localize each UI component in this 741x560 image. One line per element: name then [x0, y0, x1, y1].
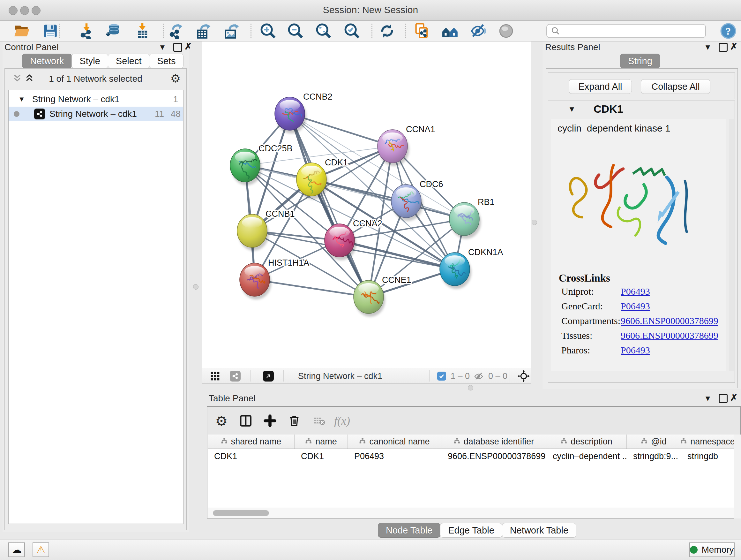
network-edge-CCNB2-CCNE1[interactable]	[290, 114, 368, 297]
table-vertical-scrollbar[interactable]	[734, 435, 741, 518]
tab-sets[interactable]: Sets	[149, 54, 184, 68]
expand-all-button[interactable]: Expand All	[569, 79, 632, 94]
collapse-all-button[interactable]: Collapse All	[641, 79, 711, 94]
collection-expand-caret[interactable]: ▼	[18, 95, 25, 104]
network-node-CDK1[interactable]	[296, 163, 328, 199]
network-edge-HIST1H1A-CCNE1[interactable]	[255, 280, 368, 297]
tab-string[interactable]: String	[620, 54, 660, 68]
crosslink-value-link[interactable]: P06493	[621, 345, 650, 355]
network-view-canvas[interactable]: CCNB2CCNA1CDC25BCDK1CDC6RB1CCNB1CCNA2CDK…	[202, 42, 531, 368]
tab-select[interactable]: Select	[108, 54, 150, 68]
export-network-icon[interactable]	[165, 22, 186, 40]
selected-checkbox-icon[interactable]	[437, 372, 446, 381]
function-builder-icon[interactable]: f(x)	[333, 412, 351, 429]
cloud-status-button[interactable]: ☁	[8, 543, 25, 557]
show-all-icon[interactable]	[496, 22, 516, 40]
bottom-splitter-handle[interactable]	[468, 385, 473, 390]
tab-node-table[interactable]: Node Table	[378, 523, 441, 538]
table-options-gear-icon[interactable]: ⚙	[213, 412, 230, 429]
network-node-CCNE1[interactable]	[354, 280, 385, 317]
add-column-icon[interactable]	[261, 412, 279, 429]
import-network-from-file-icon[interactable]	[76, 22, 97, 40]
crosslink-value-link[interactable]: 9606.ENSP00000378699	[621, 315, 718, 326]
crosslink-value-link[interactable]: 9606.ENSP00000378699	[621, 330, 718, 341]
network-options-gear-icon[interactable]: ⚙	[171, 72, 181, 85]
undock-panel-icon[interactable]	[173, 43, 182, 52]
column-header-database-identifier[interactable]: database identifier	[441, 435, 546, 449]
import-table-from-file-icon[interactable]	[132, 22, 152, 40]
table-cell[interactable]: stringdb	[681, 449, 734, 463]
right-splitter-handle[interactable]	[532, 220, 537, 225]
undock-panel-icon[interactable]	[719, 394, 728, 403]
crosslink-value-link[interactable]: P06493	[621, 286, 650, 297]
results-scrollbar[interactable]	[729, 119, 734, 371]
table-cell[interactable]: stringdb:9...	[627, 449, 681, 463]
network-node-CDC6[interactable]	[391, 185, 423, 221]
delete-column-trash-icon[interactable]	[286, 412, 303, 429]
column-header-namespace[interactable]: namespace	[681, 435, 734, 449]
network-node-CDC25B[interactable]	[230, 149, 262, 185]
zoom-out-icon[interactable]	[285, 22, 306, 40]
close-panel-icon[interactable]: ✗	[185, 42, 192, 51]
help-icon[interactable]: ?	[718, 22, 738, 40]
network-node-CCNB2[interactable]	[275, 97, 307, 133]
table-horizontal-scrollbar[interactable]	[208, 508, 734, 518]
network-collection-row[interactable]: ▼ String Network – cdk1 1	[9, 92, 183, 107]
float-panel-icon[interactable]: ▼	[158, 43, 166, 52]
hide-selected-icon[interactable]	[468, 22, 488, 40]
fit-selected-crosshair-icon[interactable]	[518, 370, 530, 383]
clone-network-icon[interactable]	[412, 22, 432, 40]
delete-table-icon[interactable]	[311, 412, 328, 429]
table-cell[interactable]: CDK1	[294, 449, 348, 463]
network-node-CDKN1A[interactable]	[440, 253, 471, 289]
table-cell[interactable]: CDK1	[208, 449, 294, 463]
network-node-CCNA1[interactable]	[378, 130, 409, 166]
import-network-from-database-icon[interactable]	[103, 22, 124, 40]
column-header-label: canonical name	[369, 437, 429, 447]
column-header-description[interactable]: description	[546, 435, 627, 449]
grid-view-icon[interactable]	[210, 371, 220, 382]
table-cell[interactable]: cyclin–dependent ...	[546, 449, 627, 463]
undock-panel-icon[interactable]	[719, 43, 728, 52]
network-row[interactable]: String Network – cdk1 11 48	[9, 107, 183, 121]
network-share-icon[interactable]	[230, 371, 241, 381]
close-panel-icon[interactable]: ✗	[730, 393, 738, 402]
export-image-icon[interactable]	[221, 22, 241, 40]
tab-network-table[interactable]: Network Table	[502, 523, 576, 538]
memory-button[interactable]: Memory	[689, 543, 735, 557]
float-panel-icon[interactable]: ▼	[704, 394, 712, 403]
column-header-name[interactable]: name	[294, 435, 348, 449]
table-cell[interactable]: P06493	[348, 449, 441, 463]
crosslink-value-link[interactable]: P06493	[621, 301, 650, 311]
birds-eye-view-icon[interactable]	[263, 371, 274, 381]
column-header-shared-name[interactable]: shared name	[208, 435, 294, 449]
show-columns-icon[interactable]	[237, 412, 254, 429]
network-node-HIST1H1A[interactable]	[240, 263, 271, 300]
warnings-button[interactable]: ⚠	[32, 543, 49, 557]
float-panel-icon[interactable]: ▼	[704, 43, 712, 52]
search-box[interactable]	[546, 24, 706, 38]
column-header-@id[interactable]: @id	[627, 435, 681, 449]
hidden-eye-icon[interactable]	[474, 371, 484, 383]
search-input[interactable]	[560, 26, 705, 37]
open-session-icon[interactable]	[11, 22, 32, 40]
status-bar: ☁ ⚠ Memory	[0, 540, 741, 560]
tab-network[interactable]: Network	[22, 54, 72, 68]
string-network-graph[interactable]: CCNB2CCNA1CDC25BCDK1CDC6RB1CCNB1CCNA2CDK…	[202, 42, 531, 368]
table-cell[interactable]: 9606.ENSP00000378699	[441, 449, 546, 463]
refresh-icon[interactable]	[377, 22, 397, 40]
tab-style[interactable]: Style	[71, 54, 108, 68]
zoom-in-icon[interactable]	[258, 22, 278, 40]
scrollbar-thumb[interactable]	[213, 510, 269, 516]
close-panel-icon[interactable]: ✗	[730, 42, 738, 51]
zoom-fit-content-icon[interactable]	[313, 22, 334, 40]
first-neighbors-icon[interactable]	[440, 22, 461, 40]
save-session-icon[interactable]	[40, 22, 61, 40]
column-header-canonical-name[interactable]: canonical name	[348, 435, 441, 449]
network-node-RB1[interactable]	[449, 202, 481, 239]
gene-collapse-caret[interactable]: ▼	[568, 105, 576, 114]
left-splitter-handle[interactable]	[193, 284, 199, 290]
export-table-icon[interactable]	[193, 22, 213, 40]
zoom-selected-icon[interactable]	[342, 22, 362, 40]
tab-edge-table[interactable]: Edge Table	[440, 523, 502, 538]
